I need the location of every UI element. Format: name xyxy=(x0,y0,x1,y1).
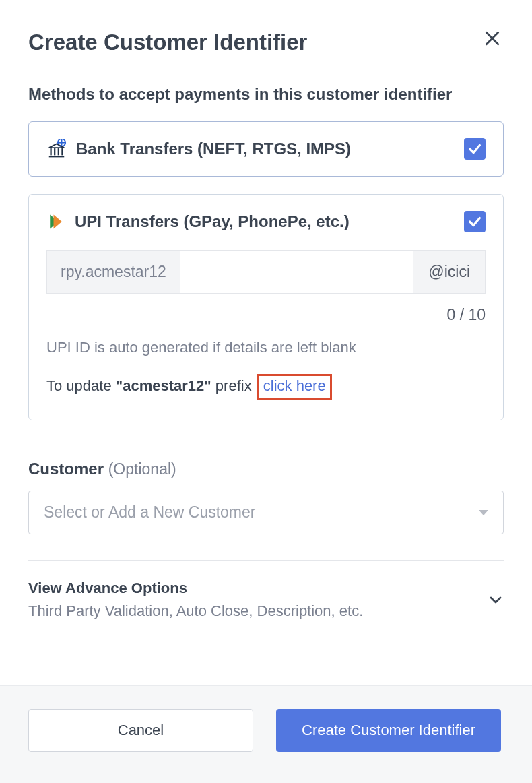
customer-label-text: Customer xyxy=(28,460,104,478)
upi-icon xyxy=(46,212,65,232)
upi-id-input[interactable] xyxy=(180,251,413,293)
click-here-link[interactable]: click here xyxy=(263,377,326,394)
upi-id-input-group: rpy.acmestar12 @icici xyxy=(46,250,486,294)
method-bank-label: Bank Transfers (NEFT, RTGS, IMPS) xyxy=(76,139,351,158)
modal-footer: Cancel Create Customer Identifier xyxy=(0,685,532,783)
customer-select[interactable]: Select or Add a New Customer xyxy=(28,491,504,534)
advance-options-toggle[interactable]: View Advance Options Third Party Validat… xyxy=(28,580,504,620)
bank-icon xyxy=(46,139,67,159)
method-row: Bank Transfers (NEFT, RTGS, IMPS) xyxy=(46,138,486,160)
upi-auto-generate-note: UPI ID is auto generated if details are … xyxy=(46,339,486,356)
create-customer-identifier-button[interactable]: Create Customer Identifier xyxy=(276,709,501,752)
upi-update-prefix-line: To update "acmestar12" prefix click here xyxy=(46,374,486,400)
modal-title: Create Customer Identifier xyxy=(28,30,307,55)
method-upi-label: UPI Transfers (GPay, PhonePe, etc.) xyxy=(75,212,350,231)
modal-header: Create Customer Identifier xyxy=(28,30,504,55)
advance-text: View Advance Options Third Party Validat… xyxy=(28,580,363,620)
create-customer-identifier-modal: Create Customer Identifier Methods to ac… xyxy=(0,0,532,620)
methods-section-label: Methods to accept payments in this custo… xyxy=(28,85,504,104)
section-divider xyxy=(28,560,504,561)
update-text-2: prefix xyxy=(211,377,252,394)
customer-optional-text: (Optional) xyxy=(108,460,176,478)
method-bank-checkbox[interactable] xyxy=(464,138,486,160)
method-row: UPI Transfers (GPay, PhonePe, etc.) xyxy=(46,211,486,232)
method-left: UPI Transfers (GPay, PhonePe, etc.) xyxy=(46,212,350,232)
update-text-1: To update xyxy=(46,377,116,394)
method-left: Bank Transfers (NEFT, RTGS, IMPS) xyxy=(46,139,351,159)
advance-title: View Advance Options xyxy=(28,580,363,597)
close-icon[interactable] xyxy=(481,30,504,47)
cancel-button[interactable]: Cancel xyxy=(28,709,253,752)
update-prefix-value: "acmestar12" xyxy=(116,377,211,394)
advance-description: Third Party Validation, Auto Close, Desc… xyxy=(28,602,363,620)
method-bank-transfers[interactable]: Bank Transfers (NEFT, RTGS, IMPS) xyxy=(28,121,504,177)
caret-down-icon xyxy=(479,510,488,515)
upi-character-count: 0 / 10 xyxy=(46,306,486,324)
chevron-down-icon xyxy=(488,580,504,608)
customer-select-placeholder: Select or Add a New Customer xyxy=(44,503,255,522)
upi-prefix: rpy.acmestar12 xyxy=(47,251,180,293)
customer-label: Customer (Optional) xyxy=(28,460,504,478)
click-here-highlight: click here xyxy=(257,374,332,400)
svg-marker-12 xyxy=(54,215,62,229)
method-upi-checkbox[interactable] xyxy=(464,211,486,232)
method-upi-transfers[interactable]: UPI Transfers (GPay, PhonePe, etc.) rpy.… xyxy=(28,194,504,420)
upi-suffix: @icici xyxy=(413,251,485,293)
